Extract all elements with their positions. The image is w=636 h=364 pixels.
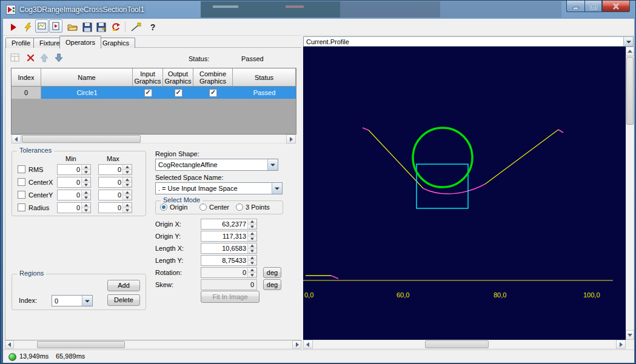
display-scroll-right-button[interactable] xyxy=(616,340,626,349)
three-points-radio[interactable] xyxy=(236,204,243,211)
left-scroll-left-button[interactable] xyxy=(5,340,14,349)
save-button[interactable] xyxy=(81,21,94,34)
skew-deg-button[interactable]: deg xyxy=(263,279,281,290)
spin-up-icon[interactable] xyxy=(123,165,132,170)
display-scroll-down-button[interactable] xyxy=(626,330,634,340)
rms-max-value[interactable]: 0 xyxy=(118,166,121,173)
length-x-value[interactable]: 10,6583 xyxy=(222,245,246,252)
record-display-button[interactable] xyxy=(49,19,62,33)
spin-down-icon[interactable] xyxy=(82,170,90,175)
center-radio-label[interactable]: Center xyxy=(209,204,229,211)
header-status[interactable]: Status xyxy=(233,68,296,87)
spin-up-icon[interactable] xyxy=(248,256,256,261)
cell-name[interactable]: Circle1 xyxy=(41,87,133,99)
spin-down-icon[interactable] xyxy=(82,183,90,188)
cell-index[interactable]: 0 xyxy=(12,87,41,99)
rotation-field[interactable]: 0 xyxy=(201,267,257,278)
close-button[interactable] xyxy=(602,1,630,12)
origin-y-field[interactable]: 117,313 xyxy=(201,231,257,242)
display-vscroll-thumb[interactable] xyxy=(626,57,634,125)
move-down-button[interactable] xyxy=(53,52,64,63)
reset-button[interactable] xyxy=(109,21,122,34)
spin-up-icon[interactable] xyxy=(123,177,132,183)
radius-min-spinner[interactable]: 0 xyxy=(57,202,91,213)
spin-up-icon[interactable] xyxy=(248,219,256,225)
table-scroll-right-button[interactable] xyxy=(286,134,296,144)
minimize-button[interactable] xyxy=(566,1,584,12)
tab-operators[interactable]: Operators xyxy=(59,36,101,48)
centerx-checkbox[interactable] xyxy=(18,178,25,186)
spin-down-icon[interactable] xyxy=(82,208,90,213)
centery-checkbox[interactable] xyxy=(18,191,25,199)
rms-min-spinner[interactable]: 0 xyxy=(57,164,91,175)
centery-min-spinner[interactable]: 0 xyxy=(57,190,91,200)
centerx-min-value[interactable]: 0 xyxy=(76,179,80,186)
header-input-graphics[interactable]: Input Graphics xyxy=(133,68,163,87)
header-name[interactable]: Name xyxy=(41,68,133,87)
spin-down-icon[interactable] xyxy=(248,237,256,242)
radius-max-value[interactable]: 0 xyxy=(118,204,121,211)
rms-max-spinner[interactable]: 0 xyxy=(98,164,132,175)
dropdown-button[interactable] xyxy=(272,183,282,194)
rotation-value[interactable]: 0 xyxy=(243,269,246,276)
spin-up-icon[interactable] xyxy=(123,203,132,208)
spin-up-icon[interactable] xyxy=(82,190,90,196)
centerx-max-value[interactable]: 0 xyxy=(118,179,121,186)
save-image-button[interactable] xyxy=(95,21,108,34)
move-up-button[interactable] xyxy=(39,52,50,63)
centery-max-value[interactable]: 0 xyxy=(118,191,121,199)
spin-down-icon[interactable] xyxy=(123,170,132,175)
live-display-button[interactable] xyxy=(35,19,49,33)
tab-graphics[interactable]: Graphics xyxy=(96,38,135,48)
cell-status[interactable]: Passed xyxy=(233,87,296,99)
radius-max-spinner[interactable]: 0 xyxy=(98,202,132,213)
origin-y-value[interactable]: 117,313 xyxy=(223,233,246,240)
space-name-select[interactable]: . = Use Input Image Space xyxy=(155,182,283,194)
spin-up-icon[interactable] xyxy=(82,177,90,183)
three-points-radio-label[interactable]: 3 Points xyxy=(246,204,270,211)
spin-down-icon[interactable] xyxy=(248,225,256,230)
dropdown-button[interactable] xyxy=(267,159,278,170)
display-scroll-up-button[interactable] xyxy=(626,47,634,56)
tab-profile[interactable]: Profile xyxy=(5,38,36,48)
maximize-button[interactable] xyxy=(584,1,602,12)
add-region-button[interactable]: Add xyxy=(107,280,140,291)
centerx-min-spinner[interactable]: 0 xyxy=(57,177,91,188)
length-y-field[interactable]: 8,75433 xyxy=(201,255,257,266)
spin-up-icon[interactable] xyxy=(123,190,132,196)
table-scroll-left-button[interactable] xyxy=(12,134,21,144)
header-output-graphics[interactable]: Output Graphics xyxy=(163,68,193,87)
radius-checkbox[interactable] xyxy=(18,204,25,211)
spin-down-icon[interactable] xyxy=(248,261,256,266)
spin-up-icon[interactable] xyxy=(82,165,90,170)
center-radio[interactable] xyxy=(199,204,207,211)
run-button[interactable] xyxy=(7,21,20,34)
help-button[interactable]: ? xyxy=(146,21,159,34)
region-index-select[interactable]: 0 xyxy=(52,295,93,306)
spin-down-icon[interactable] xyxy=(82,196,90,200)
origin-radio[interactable] xyxy=(160,204,167,211)
input-graphics-checkbox[interactable] xyxy=(144,89,152,97)
trigger-button[interactable] xyxy=(21,21,35,34)
left-scroll-thumb[interactable] xyxy=(37,341,125,348)
header-combine-graphics[interactable]: Combine Graphics xyxy=(193,68,233,87)
spin-up-icon[interactable] xyxy=(82,203,90,208)
table-scroll-thumb[interactable] xyxy=(22,135,141,143)
radius-min-value[interactable]: 0 xyxy=(76,204,80,211)
rms-checkbox[interactable] xyxy=(18,165,25,173)
spin-up-icon[interactable] xyxy=(248,268,256,273)
centery-max-spinner[interactable]: 0 xyxy=(98,190,132,200)
spin-up-icon[interactable] xyxy=(248,231,256,237)
spin-down-icon[interactable] xyxy=(248,273,256,278)
fit-in-image-button[interactable]: Fit In Image xyxy=(201,291,259,303)
centery-min-value[interactable]: 0 xyxy=(76,191,80,199)
new-operator-button[interactable] xyxy=(9,52,20,63)
output-graphics-checkbox[interactable] xyxy=(175,89,182,97)
origin-x-value[interactable]: 63,2377 xyxy=(222,220,246,228)
length-x-field[interactable]: 10,6583 xyxy=(201,243,257,254)
dropdown-button[interactable] xyxy=(82,296,92,306)
rotation-deg-button[interactable]: deg xyxy=(263,267,281,278)
spin-down-icon[interactable] xyxy=(123,196,132,200)
slope-tool-button[interactable] xyxy=(129,21,142,34)
origin-radio-label[interactable]: Origin xyxy=(170,204,187,211)
